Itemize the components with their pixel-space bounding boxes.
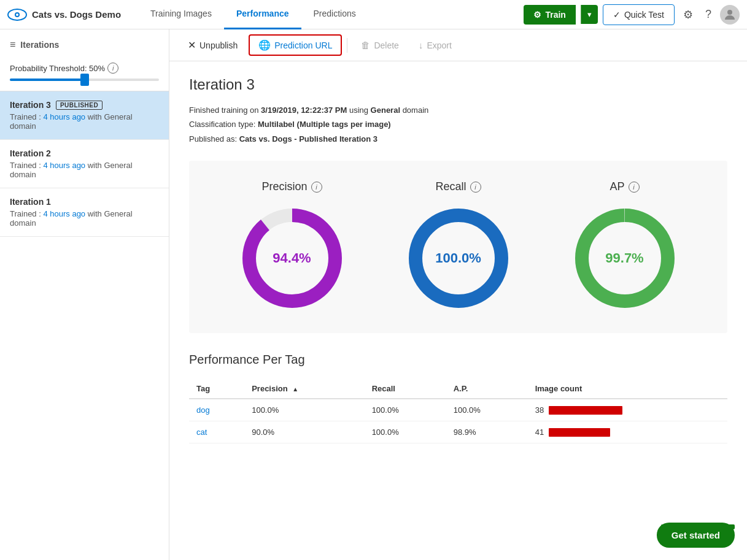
ap-metric: AP i 99.7% [570, 180, 680, 313]
cat-recall: 100.0% [365, 421, 446, 443]
recall-label: Recall i [435, 180, 481, 193]
avatar[interactable] [720, 5, 740, 25]
published-badge: PUBLISHED [56, 101, 103, 110]
header-actions: ⚙ Train ▾ ✓ Quick Test ⚙ ? [524, 4, 740, 25]
prediction-url-button[interactable]: 🌐 Prediction URL [249, 34, 342, 56]
precision-donut: 94.4% [237, 203, 347, 313]
info-line-3: Published as: Cats vs. Dogs - Published … [189, 132, 727, 146]
content-area: ✕ Unpublish 🌐 Prediction URL 🗑 Delete ↓ … [169, 29, 747, 560]
tag-dog[interactable]: dog [189, 399, 244, 421]
train-dropdown-button[interactable]: ▾ [581, 5, 598, 24]
recall-info-icon[interactable]: i [470, 182, 481, 193]
info-line-1: Finished training on 3/19/2019, 12:22:37… [189, 103, 727, 117]
train-button[interactable]: ⚙ Train [524, 5, 575, 25]
ap-label: AP i [610, 180, 639, 193]
iteration-info: Finished training on 3/19/2019, 12:22:37… [189, 103, 727, 146]
precision-info-icon[interactable]: i [311, 182, 322, 193]
recall-metric: Recall i 100.0% [403, 180, 514, 313]
iteration-item-1[interactable]: Iteration 1 Trained : 4 hours ago with G… [0, 188, 169, 237]
threshold-slider-track [10, 79, 159, 81]
settings-icon-button[interactable]: ⚙ [679, 4, 697, 25]
iteration-2-time-link[interactable]: 4 hours ago [43, 161, 85, 170]
threshold-label: Probability Threshold: 50% i [10, 63, 159, 74]
recall-value: 100.0% [435, 250, 481, 266]
svg-point-3 [727, 10, 732, 15]
globe-icon: 🌐 [258, 39, 271, 51]
iteration-1-time-link[interactable]: 4 hours ago [43, 209, 85, 218]
dog-count: 38 [528, 399, 727, 421]
help-icon-button[interactable]: ? [702, 4, 715, 25]
get-started-button[interactable]: Get started [657, 523, 735, 548]
content-body: Iteration 3 Finished training on 3/19/20… [169, 61, 747, 458]
ap-donut: 99.7% [570, 203, 680, 313]
performance-table: Tag Precision ▲ Recall A.P. Image count … [189, 379, 727, 443]
table-row: dog 100.0% 100.0% 100.0% 38 [189, 399, 727, 421]
cat-precision: 90.0% [244, 421, 364, 443]
iteration-3-name: Iteration 3 PUBLISHED [10, 100, 159, 110]
sort-icon: ▲ [292, 386, 298, 393]
threshold-slider-thumb[interactable] [80, 74, 89, 86]
dog-recall: 100.0% [365, 399, 446, 421]
dog-ap: 100.0% [446, 399, 528, 421]
export-button[interactable]: ↓ Export [410, 36, 460, 54]
col-header-image-count[interactable]: Image count [528, 379, 727, 399]
col-header-precision[interactable]: Precision ▲ [244, 379, 364, 399]
tag-cat[interactable]: cat [189, 421, 244, 443]
threshold-slider-fill [10, 79, 85, 81]
cat-ap: 98.9% [446, 421, 528, 443]
iteration-1-meta: Trained : 4 hours ago with General domai… [10, 209, 159, 228]
app-logo [7, 5, 27, 25]
precision-label: Precision i [261, 180, 322, 193]
toolbar-divider [347, 38, 347, 53]
content-toolbar: ✕ Unpublish 🌐 Prediction URL 🗑 Delete ↓ … [169, 29, 747, 61]
trash-icon: 🗑 [361, 40, 370, 50]
svg-point-2 [16, 13, 18, 16]
iteration-title: Iteration 3 [189, 76, 727, 93]
metrics-card: Precision i 94.4% Recall [189, 161, 727, 333]
col-header-ap[interactable]: A.P. [446, 379, 528, 399]
performance-per-tag-title: Performance Per Tag [189, 353, 727, 367]
precision-value: 94.4% [273, 250, 311, 266]
tab-performance[interactable]: Performance [224, 0, 301, 29]
table-row: cat 90.0% 100.0% 98.9% 41 [189, 421, 727, 443]
tab-training-images[interactable]: Training Images [138, 0, 224, 29]
iteration-2-meta: Trained : 4 hours ago with General domai… [10, 161, 159, 179]
ap-value: 99.7% [605, 250, 643, 266]
iteration-2-name: Iteration 2 [10, 148, 159, 158]
checkmark-icon: ✓ [613, 10, 621, 20]
dog-bar [549, 406, 622, 415]
iteration-item-3[interactable]: Iteration 3 PUBLISHED Trained : 4 hours … [0, 91, 169, 140]
layers-icon: ≡ [10, 39, 15, 50]
app-title: Cats vs. Dogs Demo [32, 9, 121, 20]
precision-metric: Precision i 94.4% [237, 180, 347, 313]
x-icon: ✕ [188, 39, 196, 51]
main-layout: ≡ Iterations Probability Threshold: 50% … [0, 29, 747, 560]
export-icon: ↓ [419, 40, 424, 50]
threshold-info-icon[interactable]: i [107, 63, 118, 74]
col-header-tag[interactable]: Tag [189, 379, 244, 399]
gear-icon: ⚙ [533, 10, 541, 20]
delete-button[interactable]: 🗑 Delete [352, 36, 407, 54]
recall-donut: 100.0% [403, 203, 514, 313]
cat-count: 41 [528, 421, 727, 443]
nav-tabs: Training Images Performance Predictions [138, 0, 519, 29]
quick-test-button[interactable]: ✓ Quick Test [603, 4, 675, 25]
sidebar: ≡ Iterations Probability Threshold: 50% … [0, 29, 169, 560]
info-line-2: Classification type: Multilabel (Multipl… [189, 117, 727, 131]
col-header-recall[interactable]: Recall [365, 379, 446, 399]
sidebar-header: ≡ Iterations [0, 39, 169, 58]
ap-info-icon[interactable]: i [629, 182, 640, 193]
iteration-1-name: Iteration 1 [10, 197, 159, 207]
table-header-row: Tag Precision ▲ Recall A.P. Image count [189, 379, 727, 399]
tab-predictions[interactable]: Predictions [301, 0, 368, 29]
dog-precision: 100.0% [244, 399, 364, 421]
app-header: Cats vs. Dogs Demo Training Images Perfo… [0, 0, 747, 29]
cat-bar [549, 428, 610, 437]
unpublish-button[interactable]: ✕ Unpublish [179, 36, 246, 55]
iteration-3-meta: Trained : 4 hours ago with General domai… [10, 112, 159, 131]
iteration-item-2[interactable]: Iteration 2 Trained : 4 hours ago with G… [0, 140, 169, 188]
iteration-3-time-link[interactable]: 4 hours ago [43, 112, 85, 121]
threshold-section: Probability Threshold: 50% i [0, 58, 169, 91]
